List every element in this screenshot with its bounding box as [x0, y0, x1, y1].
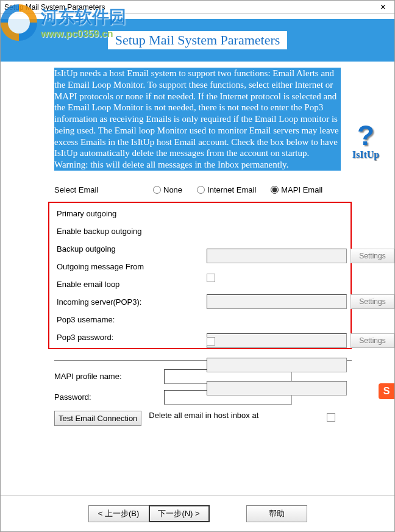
radio-none-input[interactable] — [153, 186, 161, 194]
help-badge[interactable]: ? IsItUp — [348, 121, 383, 160]
wizard-bar: < 上一步(B) 下一步(N) > 帮助 — [1, 495, 394, 531]
mapi-password-label: Password: — [54, 392, 164, 402]
next-button[interactable]: 下一步(N) > — [149, 505, 210, 522]
incoming-pop3-label: Incoming server(POP3): — [57, 297, 155, 307]
primary-settings-button[interactable]: Settings — [351, 249, 394, 263]
prev-button[interactable]: < 上一步(B) — [88, 505, 149, 522]
outgoing-from-label: Outgoing message From — [57, 262, 155, 271]
primary-outgoing-input[interactable] — [207, 249, 347, 263]
radio-internet-input[interactable] — [197, 186, 205, 194]
delete-all-checkbox[interactable] — [327, 413, 335, 422]
side-widget-icon[interactable]: S — [379, 383, 394, 399]
help-button[interactable]: 帮助 — [246, 505, 307, 522]
radio-internet[interactable]: Internet Email — [197, 185, 256, 194]
radio-mapi-input[interactable] — [271, 186, 279, 194]
enable-backup-label: Enable backup outgoing — [57, 227, 155, 236]
pop3-pass-label: Pop3 password: — [57, 333, 155, 342]
question-icon: ? — [348, 121, 383, 149]
radio-mapi[interactable]: MAPI Email — [271, 185, 322, 194]
mapi-profile-label: MAPI profile name: — [54, 372, 164, 381]
enable-loop-label: Enable email loop — [57, 280, 155, 289]
pop3-settings-button[interactable]: Settings — [351, 333, 394, 348]
titlebar: Setup Mail System Parameters × — [1, 1, 394, 14]
close-icon[interactable]: × — [375, 2, 391, 13]
test-connection-button[interactable]: Test Email Connection — [54, 411, 141, 426]
window-title: Setup Mail System Parameters — [4, 3, 105, 12]
radio-none[interactable]: None — [153, 185, 182, 194]
select-email-label: Select Email — [54, 185, 153, 194]
help-text: IsItUp — [348, 149, 383, 160]
incoming-pop3-input[interactable] — [207, 333, 347, 348]
enable-loop-checkbox[interactable] — [207, 337, 215, 346]
enable-backup-checkbox[interactable] — [207, 274, 215, 282]
delete-all-label: Delete all email in host inbox at — [149, 411, 295, 420]
page-title: Setup Mail System Parameters — [108, 31, 288, 49]
pop3-pass-input[interactable] — [207, 381, 347, 395]
backup-outgoing-label: Backup outgoing — [57, 244, 155, 254]
pop3-user-label: Pop3 username: — [57, 315, 155, 324]
header-band: Setup Mail System Parameters — [1, 19, 394, 62]
description-text: IsItUp needs a host Email system to supp… — [54, 68, 341, 171]
primary-outgoing-label: Primary outgoing — [57, 209, 155, 218]
pop3-user-input[interactable] — [207, 358, 347, 372]
backup-settings-button[interactable]: Settings — [351, 294, 394, 309]
email-radio-group: None Internet Email MAPI Email — [153, 185, 322, 194]
backup-outgoing-input[interactable] — [207, 294, 347, 309]
